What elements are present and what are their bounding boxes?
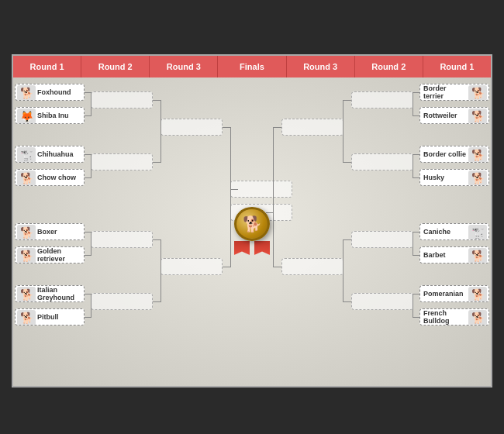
line-r1b [413,115,419,116]
team-pitbull[interactable]: 🐕 Pitbull [15,308,85,326]
line-lr2v [161,100,161,162]
line-r1a [413,92,419,93]
line-l1b [85,115,91,116]
line-rr3b [343,301,351,302]
rottweiler-icon: 🐕 [468,108,487,124]
team-border-terrier[interactable]: Border terrier 🐕 [419,84,489,101]
right-r2-slot-3[interactable] [351,231,413,248]
header-round1-left: Round 1 [13,56,81,78]
header-finals: Finals [218,56,286,78]
right-r2-slot-4[interactable] [351,293,413,310]
left-r2-slot-4[interactable] [91,293,153,310]
team-italian[interactable]: 🐕 Italian Greyhound [15,285,85,302]
line-l4v [91,294,91,317]
line-r4a [413,294,419,294]
right-r2-slot-2[interactable] [351,153,413,170]
line-r4b [413,317,419,318]
bracket-header: Round 1 Round 2 Round 3 Finals Round 3 R… [13,56,491,78]
medal-ribbon-right [254,241,270,255]
team-barbet[interactable]: Barbet 🐕 [419,246,489,264]
boxer-icon: 🐕 [17,225,36,240]
line-rr2v [343,100,343,162]
line-lf3 [230,189,238,190]
line-l2v [91,154,91,177]
header-round3-left: Round 3 [150,56,218,78]
right-r3-slot-1[interactable] [281,119,343,136]
line-l4b [85,317,91,318]
team-husky[interactable]: Husky 🐕 [419,169,489,186]
border-terrier-icon: 🐕 [468,85,487,101]
line-l2b [85,177,91,178]
border-collie-icon: 🐕 [468,147,487,163]
line-r3b [413,255,419,256]
team-french-bulldog[interactable]: French Bulldog 🐕 [419,308,489,326]
header-round2-left: Round 2 [81,56,150,78]
header-round2-right: Round 2 [355,56,423,78]
line-rf1 [273,127,281,128]
line-rr3v [343,239,343,301]
team-foxhound[interactable]: 🐕 Foxhound [15,84,85,101]
golden-icon: 🐕 [17,248,36,264]
medal: 🐕 [232,207,272,255]
left-r2-slot-1[interactable] [91,91,153,108]
line-r2b [413,177,419,178]
left-r2-slot-2[interactable] [91,153,153,170]
team-golden[interactable]: 🐕 Golden retriever [15,246,85,264]
line-l3b [85,255,91,256]
barbet-icon: 🐕 [468,248,487,264]
team-chowchow[interactable]: 🐕 Chow chow [15,169,85,186]
caniche-icon: 🐩 [468,225,487,240]
bracket-container: Round 1 Round 2 Round 3 Finals Round 3 R… [12,54,492,388]
line-r3a [413,232,419,232]
line-rfv [273,127,274,267]
header-round1-right: Round 1 [423,56,491,78]
line-rr2a [343,100,351,101]
shiba-icon: 🦊 [17,108,36,124]
husky-icon: 🐕 [468,170,487,186]
italian-icon: 🐕 [17,287,36,302]
pomeranian-icon: 🐕 [468,287,487,302]
chowchow-icon: 🐕 [17,170,36,186]
team-chihuahua[interactable]: 🐩 Chihuahua [15,146,85,163]
team-pomeranian[interactable]: Pomeranian 🐕 [419,285,489,302]
line-r2v [413,154,413,177]
chihuahua-icon: 🐩 [17,147,36,163]
bracket-body: 🐕 Foxhound 🦊 Shiba Inu 🐩 Chihuahua 🐕 Cho… [13,78,491,389]
left-r2-slot-3[interactable] [91,231,153,248]
line-l3v [91,232,91,255]
line-lr3b [153,301,161,302]
finals-left-slot[interactable] [230,181,292,198]
team-rottweiler[interactable]: Rottweiler 🐕 [419,107,489,124]
medal-circle: 🐕 [234,207,270,241]
right-r3-slot-2[interactable] [281,258,343,275]
team-shiba[interactable]: 🦊 Shiba Inu [15,107,85,124]
foxhound-icon: 🐕 [17,85,36,101]
pitbull-icon: 🐕 [17,310,36,326]
line-lr2b [153,162,161,163]
line-r2a [413,154,419,155]
french-bulldog-icon: 🐕 [468,310,487,326]
line-r4v [413,294,413,317]
line-rr3a [343,239,351,240]
line-r3v [413,232,413,255]
line-r1v [413,92,413,115]
line-rr2b [343,162,351,163]
line-lfv [230,127,231,267]
medal-ribbon-left [234,241,250,255]
line-rf2 [273,267,281,267]
line-lr3v [161,239,161,301]
line-l1v [91,92,91,115]
team-caniche[interactable]: Caniche 🐩 [419,223,489,240]
right-r2-slot-1[interactable] [351,91,413,108]
left-r3-slot-1[interactable] [161,119,223,136]
header-round3-right: Round 3 [287,56,355,78]
left-r3-slot-2[interactable] [161,258,223,275]
team-border-collie[interactable]: Border collie 🐕 [419,146,489,163]
team-boxer[interactable]: 🐕 Boxer [15,223,85,240]
line-lf2 [223,267,231,267]
